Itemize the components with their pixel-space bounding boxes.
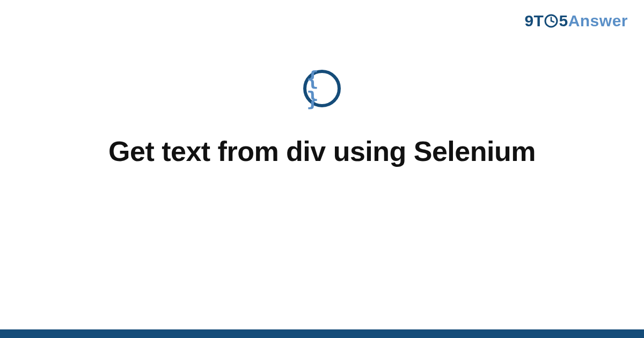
brand-suffix: Answer: [568, 12, 628, 30]
brand-logo: 9T 5 Answer: [524, 12, 628, 30]
hero-block: { } Get text from div using Selenium: [0, 70, 644, 167]
footer-bar: [0, 329, 644, 338]
code-braces-icon: { }: [303, 70, 341, 107]
page-title: Get text from div using Selenium: [108, 135, 536, 167]
page-root: 9T 5 Answer { } Get text from div using …: [0, 0, 644, 338]
svg-line-2: [551, 21, 554, 22]
brand-prefix: 9T: [524, 12, 544, 30]
brand-middle: 5: [559, 12, 568, 30]
clock-icon: [544, 14, 558, 28]
code-braces-glyph: { }: [306, 68, 338, 109]
